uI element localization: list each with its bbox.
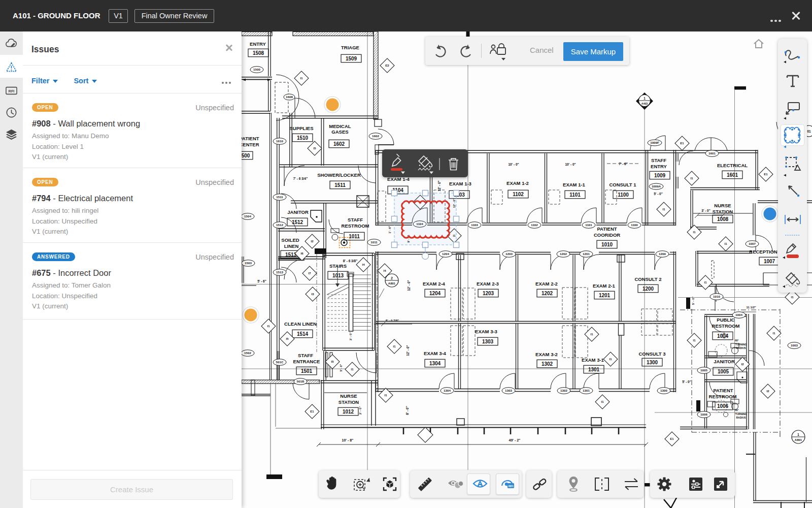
svg-text:501B: 501B — [297, 379, 304, 383]
svg-text:2: 2 — [391, 276, 393, 280]
svg-text:CONSULT 1: CONSULT 1 — [609, 182, 636, 187]
svg-text:GASES: GASES — [331, 129, 348, 135]
svg-text:EXAM 3-1: EXAM 3-1 — [582, 357, 604, 363]
svg-text:1' - 6": 1' - 6" — [388, 226, 391, 233]
svg-text:JANITOR: JANITOR — [714, 359, 735, 364]
svg-text:JANITOR: JANITOR — [287, 209, 309, 215]
svg-text:8' - 0 7/8": 8' - 0 7/8" — [386, 319, 399, 322]
svg-text:5' - 0": 5' - 0" — [654, 192, 663, 196]
svg-text:I1: I1 — [300, 77, 303, 80]
svg-text:1301: 1301 — [588, 367, 600, 372]
svg-text:1200: 1200 — [659, 252, 666, 256]
svg-text:EXAM 2-3: EXAM 2-3 — [477, 281, 499, 287]
svg-text:1007: 1007 — [764, 259, 775, 264]
svg-text:501C: 501C — [276, 360, 284, 364]
svg-text:1513: 1513 — [276, 270, 283, 274]
svg-text:ELECTRICAL: ELECTRICAL — [717, 163, 748, 168]
svg-text:I7: I7 — [308, 272, 311, 275]
svg-text:1004: 1004 — [735, 313, 742, 316]
svg-text:1004: 1004 — [717, 333, 729, 339]
svg-text:I1: I1 — [393, 345, 396, 348]
svg-text:PUBLIC: PUBLIC — [717, 317, 735, 323]
svg-text:5' - 6": 5' - 6" — [257, 279, 266, 283]
svg-text:I1: I1 — [384, 394, 387, 397]
svg-text:1303: 1303 — [482, 339, 494, 344]
svg-text:A801: A801 — [388, 282, 396, 285]
svg-text:RESTROOM: RESTROOM — [712, 323, 740, 329]
svg-text:I3: I3 — [311, 293, 314, 296]
svg-text:EXAM 3-3: EXAM 3-3 — [475, 329, 497, 334]
svg-text:STAFF: STAFF — [348, 217, 363, 223]
svg-text:1102: 1102 — [531, 223, 538, 227]
svg-text:1510: 1510 — [297, 135, 309, 141]
svg-text:1: 1 — [797, 433, 799, 436]
svg-text:I4: I4 — [383, 269, 386, 272]
svg-text:1: 1 — [644, 97, 646, 100]
svg-text:SHOWER/LOCKER: SHOWER/LOCKER — [317, 172, 361, 178]
svg-text:EXAM 2-4: EXAM 2-4 — [423, 281, 446, 287]
svg-text:RESTROOM: RESTROOM — [709, 394, 737, 399]
svg-text:1514: 1514 — [297, 331, 309, 337]
svg-text:1601: 1601 — [708, 151, 716, 155]
svg-text:RFI: RFI — [509, 485, 514, 488]
svg-text:49' - 2": 49' - 2" — [509, 438, 521, 442]
svg-text:I2: I2 — [741, 363, 744, 366]
svg-text:1500: 1500 — [253, 68, 260, 71]
svg-text:1005: 1005 — [700, 368, 707, 372]
svg-text:1011: 1011 — [349, 234, 360, 239]
svg-text:1003: 1003 — [791, 343, 798, 347]
svg-text:1006: 1006 — [700, 412, 707, 416]
svg-text:I2: I2 — [766, 390, 769, 393]
svg-text:TRIAGE: TRIAGE — [341, 45, 359, 50]
svg-text:1601: 1601 — [727, 172, 738, 178]
svg-text:1303: 1303 — [505, 389, 512, 392]
svg-text:1100: 1100 — [631, 223, 638, 227]
svg-text:PATIENT: PATIENT — [242, 136, 259, 141]
svg-text:TURNING: TURNING — [735, 412, 747, 416]
svg-text:60°: 60° — [735, 408, 739, 411]
svg-text:1512: 1512 — [292, 219, 303, 225]
svg-text:1511: 1511 — [276, 195, 283, 199]
svg-text:1504: 1504 — [244, 214, 251, 218]
svg-text:I1: I1 — [601, 400, 604, 403]
svg-text:1508: 1508 — [253, 50, 264, 56]
svg-text:1012: 1012 — [343, 409, 354, 415]
svg-text:7' - 6 3/4": 7' - 6 3/4" — [293, 177, 308, 180]
svg-text:E1: E1 — [764, 173, 768, 176]
svg-text:RADIUS: RADIUS — [736, 346, 746, 350]
svg-text:EXAM 3-4: EXAM 3-4 — [424, 351, 447, 356]
svg-text:I2: I2 — [311, 240, 314, 243]
svg-text:1502: 1502 — [244, 351, 251, 355]
svg-text:1101: 1101 — [569, 192, 581, 198]
svg-text:1302: 1302 — [560, 389, 567, 392]
svg-text:1009: 1009 — [654, 173, 666, 178]
svg-text:EXAM 2-2: EXAM 2-2 — [535, 281, 558, 287]
svg-text:1009F: 1009F — [650, 141, 659, 144]
svg-text:I1: I1 — [590, 333, 593, 336]
svg-text:1608: 1608 — [286, 95, 293, 99]
svg-text:EXAM 1-1: EXAM 1-1 — [563, 182, 586, 187]
svg-text:5' - 0": 5' - 0" — [692, 297, 695, 305]
svg-text:1007: 1007 — [749, 242, 756, 245]
svg-text:1602: 1602 — [333, 141, 345, 147]
svg-text:12' - 0": 12' - 0" — [406, 345, 410, 356]
svg-text:1602: 1602 — [372, 134, 379, 138]
svg-text:3' - 0": 3' - 0" — [701, 209, 710, 212]
svg-text:12' - 0": 12' - 0" — [437, 180, 441, 191]
svg-text:10' - 0": 10' - 0" — [565, 163, 576, 166]
svg-text:1301: 1301 — [583, 389, 590, 392]
svg-text:10' - 0": 10' - 0" — [508, 163, 519, 166]
svg-text:12' - 0": 12' - 0" — [407, 280, 411, 291]
svg-text:CONSULT 2: CONSULT 2 — [634, 276, 661, 282]
svg-text:1010: 1010 — [713, 295, 720, 298]
svg-text:I1: I1 — [693, 231, 696, 234]
svg-text:I1: I1 — [791, 296, 794, 299]
svg-text:8' - 6 3/8": 8' - 6 3/8" — [343, 259, 357, 263]
svg-text:10' - 8": 10' - 8" — [342, 438, 354, 442]
svg-text:CENTER: CENTER — [242, 142, 259, 147]
svg-text:PATIENT: PATIENT — [713, 388, 733, 393]
svg-text:1204: 1204 — [429, 291, 441, 296]
svg-text:I6: I6 — [300, 252, 303, 255]
svg-text:1304: 1304 — [444, 389, 451, 392]
svg-text:EXAM 2-1: EXAM 2-1 — [593, 283, 616, 289]
